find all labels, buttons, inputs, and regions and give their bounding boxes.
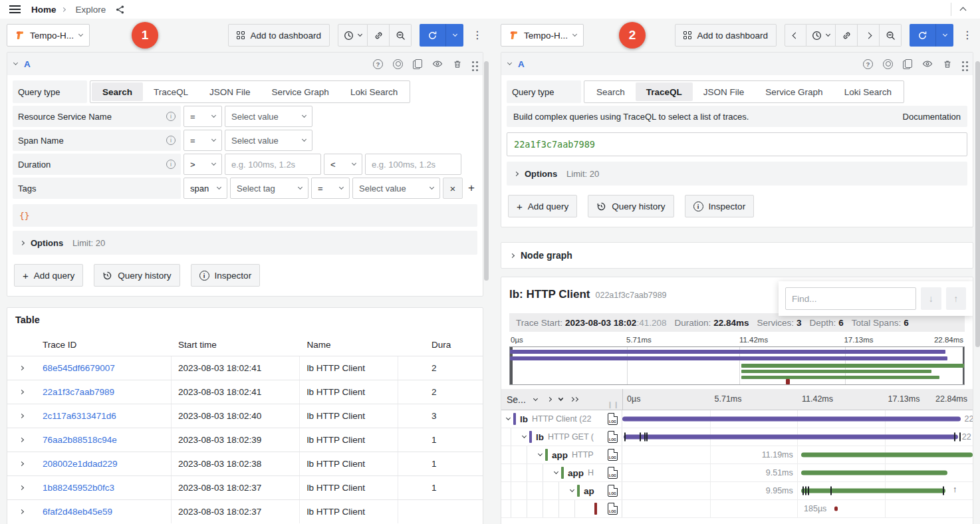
add-query-button[interactable]: +Add query [14,264,83,287]
duration-max-input[interactable] [365,154,461,175]
run-query-caret-button[interactable] [446,24,463,47]
run-query-button[interactable] [420,24,446,47]
tab-json-file[interactable]: JSON File [199,82,261,101]
tag-operator-select[interactable]: = [311,178,350,199]
find-prev-button[interactable]: ↑ [946,287,967,310]
span-collapse-icon[interactable] [538,452,543,456]
duration-lt-select[interactable]: < [324,154,362,175]
span-name-operator-select[interactable]: = [184,130,222,151]
row-expander-icon[interactable] [19,509,24,514]
collapse-up-icon[interactable] [960,7,967,14]
trash-icon[interactable] [943,59,952,69]
collapse-one-icon[interactable] [547,397,552,402]
tab-loki-search[interactable]: Loki Search [834,82,902,101]
tab-traceql[interactable]: TraceQL [636,82,693,101]
share-link-button[interactable] [368,24,390,47]
drag-handle-icon[interactable] [472,61,474,63]
span-log-icon[interactable]: LOG [608,467,618,479]
span-log-icon[interactable]: LOG [608,485,618,497]
query-history-button[interactable]: Query history [588,195,674,217]
tab-json-file[interactable]: JSON File [693,82,755,101]
share-icon[interactable] [115,5,125,15]
expand-all-icon[interactable] [559,399,562,400]
tag-name-select[interactable]: Select tag [230,178,308,199]
span-bar[interactable] [801,489,946,493]
time-shift-back-button[interactable] [785,24,806,47]
eye-icon[interactable] [432,59,443,69]
duplicate-icon[interactable] [413,59,422,69]
record-icon[interactable] [393,59,403,69]
eye-icon[interactable] [922,59,933,69]
col-duration[interactable]: Dura [398,333,483,356]
tag-scope-select[interactable]: span [184,178,227,199]
run-query-button[interactable] [910,24,936,47]
service-name-value-select[interactable]: Select value [225,106,312,127]
share-link-button[interactable] [836,24,858,47]
trace-id-link[interactable]: 22a1f3c7aab7989 [43,387,114,397]
query-row-header[interactable]: A ? [501,53,973,75]
query-row-header[interactable]: A ? [7,53,483,75]
span-name-cell[interactable]: appH LOG [501,464,622,481]
trace-id-link[interactable]: 208002e1ddad229 [43,459,118,469]
datasource-picker[interactable]: Tempo-H... [501,24,584,47]
span-name-value-select[interactable]: Select value [225,130,312,151]
trash-icon[interactable] [453,59,462,69]
tab-traceql[interactable]: TraceQL [143,82,199,101]
run-query-caret-button[interactable] [936,24,953,47]
span-name-cell[interactable]: LOG [501,500,622,517]
datasource-picker[interactable]: Tempo-H... [7,24,90,47]
trace-id-link[interactable]: 2c117a6313471d6 [43,411,116,421]
options-toggle[interactable]: OptionsLimit: 20 [507,162,967,186]
add-query-button[interactable]: +Add query [508,195,577,217]
span-bar[interactable] [622,417,961,422]
menu-icon[interactable] [9,5,21,13]
time-shift-forward-button[interactable] [858,24,880,47]
collapse-all-icon[interactable] [570,398,578,401]
span-collapse-icon[interactable] [522,434,527,438]
breadcrumb-home[interactable]: Home [31,5,57,15]
service-column-label[interactable]: Se... [507,394,526,405]
duplicate-icon[interactable] [903,59,912,69]
find-input[interactable] [785,287,916,310]
tab-search[interactable]: Search [92,82,143,101]
drag-handle-icon[interactable] [962,61,964,63]
tag-value-select[interactable]: Select value [352,178,440,199]
span-bar[interactable] [801,471,947,475]
col-name[interactable]: Name [300,333,398,356]
row-expander-icon[interactable] [19,390,24,394]
add-to-dashboard-button[interactable]: Add to dashboard [675,24,777,47]
minimap-viewport[interactable] [509,346,965,385]
pane-kebab-menu[interactable]: ⋮ [961,32,973,39]
help-icon[interactable]: ? [863,59,873,69]
zoom-out-button[interactable] [880,24,902,47]
right-pane-scrollbar[interactable] [975,61,980,347]
column-resize-grip[interactable]: ❙❙ [607,401,620,408]
span-name-cell[interactable]: ap LOG [501,482,622,499]
time-picker-button[interactable] [338,24,368,47]
duration-gt-select[interactable]: > [184,154,222,175]
span-collapse-icon[interactable] [506,416,511,420]
documentation-link[interactable]: Documentation [903,112,961,122]
tab-service-graph[interactable]: Service Graph [261,82,340,101]
query-history-button[interactable]: Query history [94,264,180,287]
row-expander-icon[interactable] [19,485,24,490]
span-name-cell[interactable]: appHTTP LOG [501,446,622,463]
remove-tag-button[interactable]: × [443,178,463,199]
duration-min-input[interactable] [225,154,321,175]
col-trace-id[interactable]: Trace ID [36,333,172,356]
record-icon[interactable] [883,59,893,69]
span-bar[interactable] [834,507,838,511]
options-toggle[interactable]: OptionsLimit: 20 [13,231,477,255]
trace-id-link[interactable]: 68e545df6679007 [43,363,115,373]
row-expander-icon[interactable] [19,414,24,418]
inspector-button[interactable]: iInspector [685,195,755,217]
add-tag-button[interactable]: + [461,178,481,198]
pane-kebab-menu[interactable]: ⋮ [471,32,483,39]
time-picker-button[interactable] [806,24,836,47]
node-graph-toggle[interactable]: Node graph [501,242,973,269]
left-pane-scrollbar[interactable] [484,61,489,281]
trace-id-link[interactable]: 6faf2d48eb45e59 [43,507,112,517]
help-icon[interactable]: ? [373,59,383,69]
span-name-cell[interactable]: lbHTTP Client (22 LOG [501,410,622,428]
row-expander-icon[interactable] [19,461,24,466]
